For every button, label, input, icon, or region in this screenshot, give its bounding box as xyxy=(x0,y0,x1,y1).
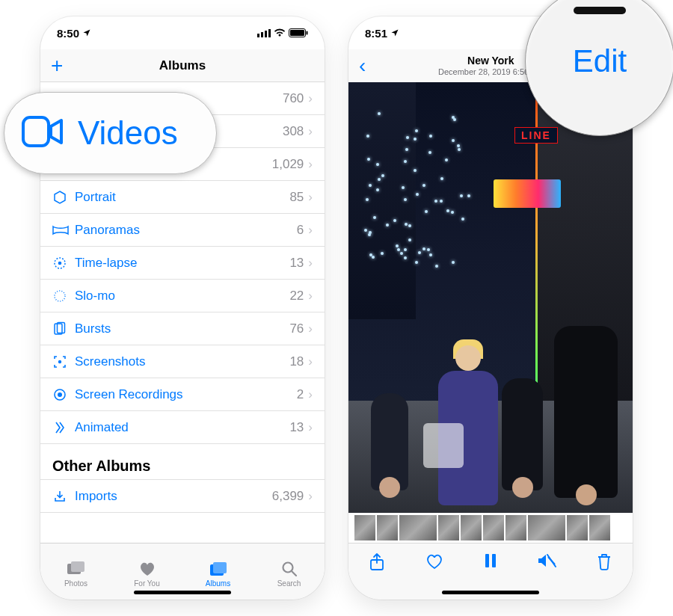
scene-tree xyxy=(363,112,476,277)
svg-point-12 xyxy=(58,261,62,265)
tab-photos[interactable]: Photos xyxy=(40,543,111,600)
row-count: 2 xyxy=(297,387,304,402)
row-screenrecordings[interactable]: Screen Recordings 2 › xyxy=(40,378,325,411)
location-arrow-icon xyxy=(82,27,91,40)
chevron-right-icon: › xyxy=(308,489,313,504)
chevron-right-icon: › xyxy=(308,256,313,271)
video-frame[interactable]: LINE xyxy=(348,82,633,513)
svg-rect-3 xyxy=(268,29,271,37)
chevron-right-icon: › xyxy=(308,190,313,205)
svg-rect-2 xyxy=(265,31,267,37)
marquee-sign xyxy=(494,179,561,208)
tab-label: Search xyxy=(277,579,301,588)
pause-button[interactable] xyxy=(484,552,497,569)
section-other-albums: Other Albums xyxy=(40,444,325,480)
albums-icon xyxy=(209,561,228,577)
tab-label: Photos xyxy=(64,579,87,588)
status-right xyxy=(257,28,308,37)
svg-rect-38 xyxy=(23,117,49,146)
search-icon xyxy=(281,561,298,577)
row-label: Time-lapse xyxy=(75,256,289,271)
row-bursts[interactable]: Bursts 76 › xyxy=(40,312,325,345)
row-imports[interactable]: Imports 6,399 › xyxy=(40,480,325,513)
panorama-icon xyxy=(52,225,75,235)
chevron-right-icon: › xyxy=(308,321,313,336)
callout-videos-label: Videos xyxy=(78,114,178,152)
add-button[interactable]: + xyxy=(51,55,63,76)
status-bar: 8:50 xyxy=(40,16,325,49)
screenrecord-icon xyxy=(52,387,75,402)
tab-label: For You xyxy=(134,579,159,588)
row-timelapse[interactable]: Time-lapse 13 › xyxy=(40,247,325,280)
svg-rect-6 xyxy=(307,31,308,35)
chevron-right-icon: › xyxy=(308,91,313,106)
favorite-button[interactable] xyxy=(425,552,444,570)
row-animated[interactable]: Animated 13 › xyxy=(40,411,325,444)
chevron-right-icon: › xyxy=(308,124,313,139)
row-label: Screenshots xyxy=(75,354,289,369)
svg-point-16 xyxy=(58,360,61,363)
row-panoramas[interactable]: Panoramas 6 › xyxy=(40,214,325,247)
video-icon xyxy=(21,115,64,151)
svg-line-24 xyxy=(292,571,296,576)
callout-edit-label: Edit xyxy=(573,43,627,79)
row-screenshots[interactable]: Screenshots 18 › xyxy=(40,345,325,378)
svg-rect-0 xyxy=(257,34,259,37)
status-time: 8:51 xyxy=(365,27,387,40)
row-portrait[interactable]: Portrait 85 › xyxy=(40,181,325,214)
home-indicator[interactable] xyxy=(134,591,231,594)
timelapse-icon xyxy=(52,256,75,271)
import-icon xyxy=(52,489,75,504)
row-count: 22 xyxy=(289,289,304,304)
video-scrubber[interactable] xyxy=(348,513,633,543)
svg-rect-33 xyxy=(485,554,489,567)
chevron-right-icon: › xyxy=(308,223,313,238)
row-count: 13 xyxy=(289,256,304,271)
status-time: 8:50 xyxy=(57,27,79,40)
row-label: Panoramas xyxy=(75,223,297,238)
svg-point-18 xyxy=(58,392,62,397)
animated-icon xyxy=(52,420,75,435)
home-indicator[interactable] xyxy=(442,591,539,594)
row-count: 6 xyxy=(297,223,304,238)
row-count: 18 xyxy=(289,354,304,369)
photos-icon xyxy=(67,561,86,577)
tab-search[interactable]: Search xyxy=(253,543,325,600)
screenshot-icon xyxy=(52,354,75,369)
tab-label: Albums xyxy=(206,579,230,588)
portrait-icon xyxy=(52,190,75,205)
chevron-right-icon: › xyxy=(308,157,313,172)
svg-rect-22 xyxy=(213,562,227,573)
chevron-right-icon: › xyxy=(308,354,313,369)
foryou-icon xyxy=(138,561,156,577)
share-button[interactable] xyxy=(369,552,385,572)
row-label: Slo-mo xyxy=(75,289,289,304)
mute-button[interactable] xyxy=(537,552,556,569)
row-slomo[interactable]: Slo-mo 22 › xyxy=(40,280,325,312)
row-count: 76 xyxy=(289,321,304,336)
row-count: 1,029 xyxy=(272,157,304,172)
row-count: 13 xyxy=(289,420,304,435)
row-label: Animated xyxy=(75,420,289,435)
delete-button[interactable] xyxy=(596,552,612,570)
svg-point-13 xyxy=(55,291,65,301)
row-count: 6,399 xyxy=(272,489,304,504)
svg-point-23 xyxy=(283,562,292,572)
neon-sign: LINE xyxy=(514,127,558,144)
earpiece-icon xyxy=(574,7,626,14)
bursts-icon xyxy=(52,321,75,336)
back-button[interactable]: ‹ xyxy=(359,54,381,78)
callout-videos: Videos xyxy=(4,92,217,174)
svg-line-37 xyxy=(547,555,556,567)
slomo-icon xyxy=(52,289,75,304)
svg-rect-20 xyxy=(71,561,84,572)
nav-title: Albums xyxy=(96,58,269,73)
row-label: Bursts xyxy=(75,321,289,336)
nav-bar: + Albums xyxy=(40,49,325,82)
chevron-right-icon: › xyxy=(308,387,313,402)
svg-rect-1 xyxy=(261,32,263,37)
row-count: 308 xyxy=(283,124,304,139)
chevron-right-icon: › xyxy=(308,420,313,435)
location-arrow-icon xyxy=(390,27,399,40)
svg-rect-34 xyxy=(492,554,496,567)
